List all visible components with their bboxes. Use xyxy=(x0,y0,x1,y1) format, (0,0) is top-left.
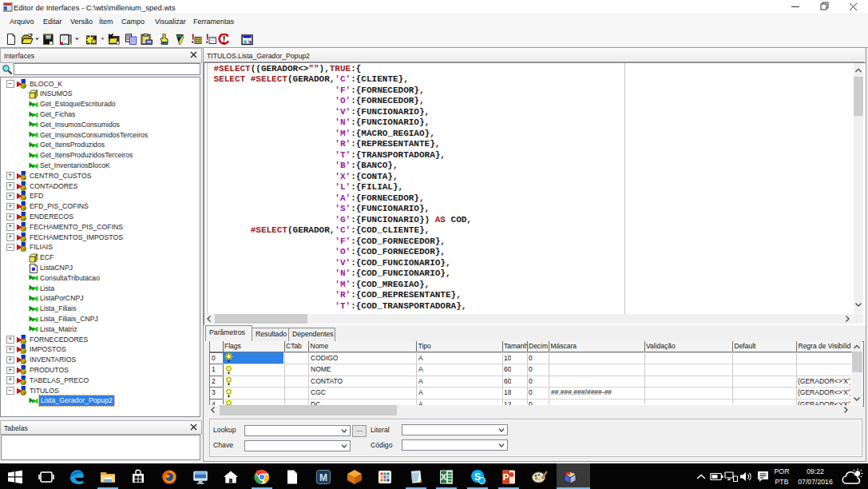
svg-text:P: P xyxy=(502,472,509,482)
svg-text:M: M xyxy=(319,472,327,483)
svg-text:S: S xyxy=(474,471,481,483)
svg-text:X: X xyxy=(441,472,447,482)
